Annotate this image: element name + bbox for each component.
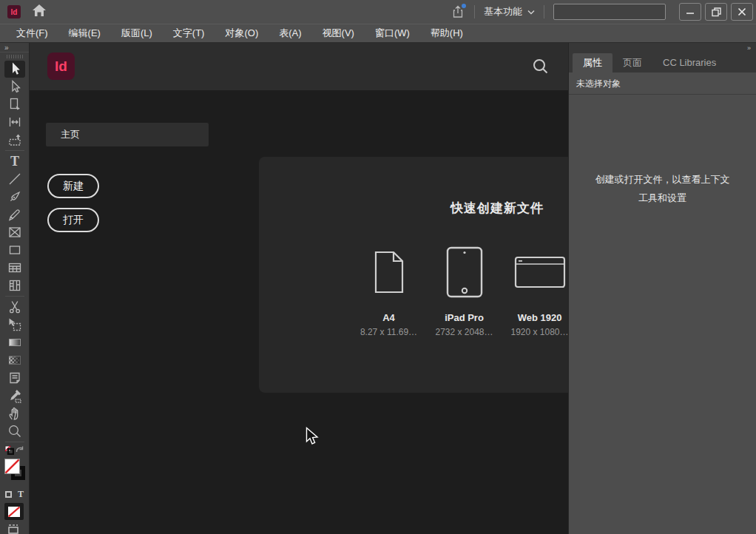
free-transform-tool[interactable] [0,316,30,334]
panel-message-line2: 工具和设置 [569,189,756,207]
panel-empty-message: 创建或打开文件，以查看上下文 工具和设置 [569,170,756,207]
type-tool[interactable]: T [0,152,30,170]
preset-a4[interactable]: A4 8.27 x 11.69… [354,244,424,337]
vertical-grid-tool[interactable] [0,277,30,294]
formatting-affects-text-icon[interactable]: T [18,489,24,500]
preset-name: iPad Pro [445,312,484,323]
home-icon[interactable] [31,3,47,21]
indesign-logo-label: Id [55,58,67,75]
open-file-button[interactable]: 打开 [47,208,99,232]
rectangle-tool[interactable] [0,241,30,259]
gradient-tool[interactable] [0,334,30,351]
swap-fill-stroke-icon[interactable] [15,445,24,458]
selection-arrow-icon [7,61,23,77]
search-input[interactable] [553,4,666,20]
menu-edit[interactable]: 编辑(E) [58,24,111,42]
menu-table[interactable]: 表(A) [269,24,311,42]
selection-status: 未选择对象 [569,72,756,95]
preset-dims: 2732 x 2048… [435,327,493,337]
menu-window[interactable]: 窗口(W) [365,24,420,42]
fill-stroke-indicator [0,457,30,485]
minimize-icon [686,7,695,16]
minimize-button[interactable] [679,3,701,21]
preset-ipad-pro[interactable]: iPad Pro 2732 x 2048… [429,244,499,337]
preset-row: A4 8.27 x 11.69… iPad Pro 2732 x 2048… W… [354,244,575,337]
ipad-icon [446,246,483,298]
workspace-label: 基本功能 [484,5,522,18]
gap-tool[interactable] [0,113,30,131]
preset-web-1920[interactable]: Web 1920 1920 x 1080… [504,244,575,337]
close-icon [738,7,746,16]
content-collector-tool[interactable] [0,131,30,149]
app-icon-label: Id [11,8,18,16]
mouse-cursor [306,427,320,450]
browser-window-icon [514,256,566,288]
notification-dot-icon [462,4,466,8]
share-icon[interactable] [450,4,465,19]
home-tab-label: 主页 [61,129,80,140]
pen-tool[interactable] [0,188,30,206]
tool-group-divider [5,150,24,151]
screen-mode-icon[interactable] [7,524,29,534]
home-header: Id [30,43,568,90]
titlebar: Id 基本功能 [0,0,756,24]
home-screen: Id 主页 新建 打开 快速创建新文件 A4 8.27 x 11.69… [30,43,568,534]
page-tool[interactable] [0,95,30,113]
tab-properties[interactable]: 属性 [573,53,612,72]
menu-help[interactable]: 帮助(H) [420,24,473,42]
preset-name: Web 1920 [518,312,562,323]
gradient-feather-tool[interactable] [0,351,30,369]
restore-button[interactable] [705,3,727,21]
tools-panel: » T [0,43,30,534]
hand-tool[interactable] [0,405,30,422]
direct-selection-tool[interactable] [0,78,30,95]
menubar: 文件(F) 编辑(E) 版面(L) 文字(T) 对象(O) 表(A) 视图(V)… [0,24,756,43]
restore-icon [712,7,721,17]
quick-create-title: 快速创建新文件 [450,200,544,217]
horizontal-grid-tool[interactable] [0,259,30,277]
panel-collapse-icon[interactable]: » [747,44,750,52]
a4-document-icon [374,251,404,294]
scissors-tool[interactable] [0,298,30,316]
apply-none-button[interactable] [4,503,24,520]
menu-type[interactable]: 文字(T) [163,24,215,42]
pencil-tool[interactable] [0,206,30,223]
right-panel: » 属性 页面 CC Libraries 未选择对象 创建或打开文件，以查看上下… [568,43,756,534]
formatting-affects-container-icon[interactable] [5,491,12,498]
tab-cc-libraries[interactable]: CC Libraries [652,53,726,72]
toolbar-grip[interactable] [7,55,23,58]
line-tool[interactable] [0,170,30,188]
frame-tool[interactable] [0,223,30,241]
fill-swatch-none[interactable] [4,459,20,474]
default-fill-stroke-icon[interactable] [4,445,14,458]
close-button[interactable] [731,3,753,21]
menu-file[interactable]: 文件(F) [6,24,58,42]
selection-tool[interactable] [0,60,30,78]
panel-header-strip: » [569,43,756,53]
workspace-switcher[interactable]: 基本功能 [484,5,535,18]
app-icon: Id [7,5,21,18]
zoom-tool[interactable] [0,422,30,440]
indesign-logo: Id [47,53,75,80]
separator [474,5,475,18]
quick-create-panel: 快速创建新文件 A4 8.27 x 11.69… iPad Pro 2732 x… [259,157,568,393]
sidebar-item-home[interactable]: 主页 [46,123,209,146]
panel-message-line1: 创建或打开文件，以查看上下文 [569,170,756,189]
panel-tabs: 属性 页面 CC Libraries [569,53,756,72]
new-file-button[interactable]: 新建 [47,174,99,198]
indesign-window: Id 基本功能 [0,0,756,534]
menu-layout[interactable]: 版面(L) [111,24,163,42]
eyedropper-tool[interactable] [0,387,30,405]
svg-text:T: T [10,154,19,169]
preset-name: A4 [382,312,395,323]
chevron-down-icon [527,10,535,15]
menu-view[interactable]: 视图(V) [312,24,365,42]
tool-group-divider [5,442,24,442]
note-tool[interactable] [0,369,30,387]
toolbar-collapse-icon[interactable]: » [0,43,29,53]
separator [544,5,544,18]
preset-dims: 1920 x 1080… [510,327,568,337]
tab-pages[interactable]: 页面 [612,53,652,72]
search-icon[interactable] [531,57,550,79]
menu-object[interactable]: 对象(O) [215,24,269,42]
